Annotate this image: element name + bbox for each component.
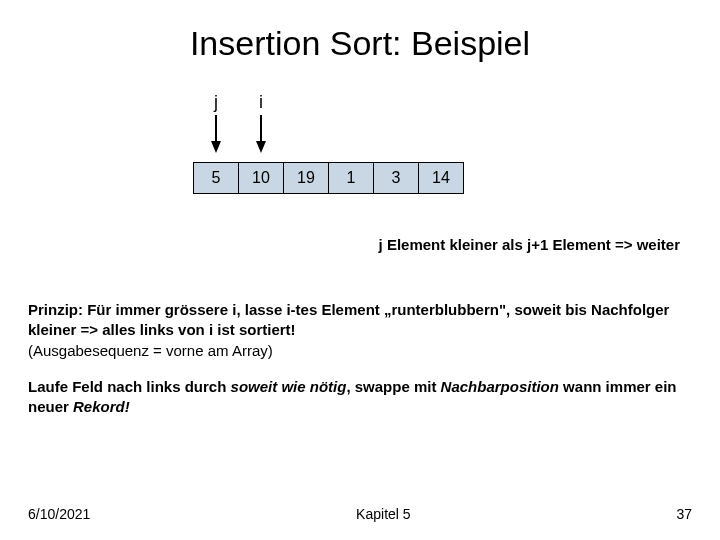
- array-cell: 14: [418, 162, 464, 194]
- footer: 6/10/2021 Kapitel 5 37: [28, 506, 692, 522]
- body-text: Prinzip: Für immer grössere i, lasse i-t…: [28, 300, 692, 433]
- footer-date: 6/10/2021: [28, 506, 90, 522]
- status-line: j Element kleiner als j+1 Element => wei…: [379, 236, 680, 253]
- run-paragraph: Laufe Feld nach links durch soweit wie n…: [28, 377, 692, 418]
- array-cell: 5: [193, 162, 239, 194]
- array-row: 510191314: [193, 162, 464, 194]
- array-cell: 3: [373, 162, 419, 194]
- slide-title: Insertion Sort: Beispiel: [0, 24, 720, 63]
- principle-paragraph: Prinzip: Für immer grössere i, lasse i-t…: [28, 300, 692, 361]
- svg-marker-1: [211, 141, 221, 153]
- pointer-i: i: [238, 92, 284, 153]
- svg-marker-3: [256, 141, 266, 153]
- pointer-j-label: j: [193, 92, 239, 113]
- array-cell: 10: [238, 162, 284, 194]
- arrow-down-icon: [209, 113, 223, 153]
- arrow-down-icon: [254, 113, 268, 153]
- array-cell: 1: [328, 162, 374, 194]
- footer-chapter: Kapitel 5: [356, 506, 410, 522]
- footer-page: 37: [676, 506, 692, 522]
- array-cell: 19: [283, 162, 329, 194]
- pointer-i-label: i: [238, 92, 284, 113]
- pointer-j: j: [193, 92, 239, 153]
